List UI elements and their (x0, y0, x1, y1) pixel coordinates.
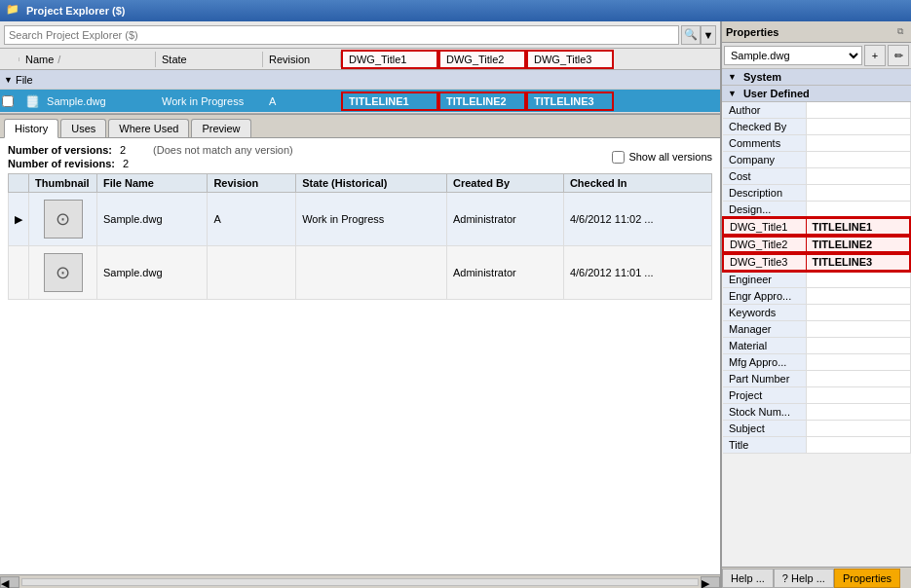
prop-key: Manager (723, 321, 806, 338)
col-header-state[interactable]: State (156, 52, 263, 67)
file-row[interactable]: 🗒️ Sample.dwg Work in Progress A TITLELI… (0, 90, 720, 113)
props-table-row[interactable]: Engr Appro... (723, 288, 910, 305)
prop-key: Keywords (723, 305, 806, 321)
props-table-row[interactable]: Mfg Appro... (723, 354, 910, 371)
row-arrow: ▶ (15, 213, 22, 225)
th-arrow (9, 174, 29, 193)
prop-value (806, 387, 910, 404)
props-table-row[interactable]: Keywords (723, 305, 910, 321)
col-header-name[interactable]: Name / (19, 52, 156, 67)
thumbnail-icon: ⊙ (44, 253, 83, 292)
props-table-row[interactable]: Manager (723, 321, 910, 338)
file-group-label: File (16, 74, 33, 86)
properties-scroll[interactable]: ▼ System ▼ User Defined AuthorChecked By… (722, 69, 911, 567)
thumbnail-cell: ⊙ (29, 193, 97, 246)
prop-value (806, 135, 910, 152)
prop-key: Checked By (723, 119, 806, 135)
cell-revision: A (263, 93, 341, 109)
props-new-btn[interactable]: + (864, 45, 886, 66)
help1-button[interactable]: Help ... (722, 569, 774, 588)
user-defined-expand-icon[interactable]: ▼ (728, 89, 737, 98)
props-table-row[interactable]: DWG_Title2TITLELINE2 (723, 236, 910, 253)
props-table-row[interactable]: Material (723, 338, 910, 354)
history-checked-in: 4/6/2012 11:01 ... (563, 246, 711, 300)
stats-row: Number of versions: 2 (Does not match an… (8, 144, 712, 169)
prop-value (806, 185, 910, 202)
props-table-row[interactable]: Subject (723, 421, 910, 437)
file-dropdown[interactable]: Sample.dwg (724, 46, 862, 65)
props-table-row[interactable]: Comments (723, 135, 910, 152)
prop-key: Title (723, 437, 806, 454)
prop-value (806, 152, 910, 168)
scroll-track[interactable] (21, 578, 699, 586)
system-expand-icon[interactable]: ▼ (728, 72, 737, 82)
props-table-row[interactable]: DWG_Title1TITLELINE1 (723, 218, 910, 236)
th-checked-in: Checked In (563, 174, 711, 193)
col-header-dwg1[interactable]: DWG_Title1 (341, 50, 438, 69)
help2-button[interactable]: ? Help ... (774, 569, 834, 588)
prop-value (806, 271, 910, 288)
col-header-dwg3[interactable]: DWG_Title3 (526, 50, 614, 69)
expand-icon[interactable]: ▼ (4, 75, 13, 85)
props-table-row[interactable]: Design... (723, 202, 910, 219)
scroll-left[interactable]: ◀ (0, 576, 19, 588)
tab-uses[interactable]: Uses (60, 119, 106, 137)
props-table-row[interactable]: Title (723, 437, 910, 454)
properties-table: AuthorChecked ByCommentsCompanyCostDescr… (722, 102, 911, 454)
props-table-row[interactable]: DWG_Title3TITLELINE3 (723, 253, 910, 271)
col-header-revision[interactable]: Revision (263, 52, 341, 67)
user-defined-section-header: ▼ User Defined (722, 86, 911, 102)
prop-value (806, 371, 910, 387)
props-table-row[interactable]: Stock Num... (723, 404, 910, 421)
props-table-row[interactable]: Project (723, 387, 910, 404)
title-bar: 📁 Project Explorer ($) (0, 0, 911, 21)
prop-value (806, 202, 910, 219)
prop-key: Material (723, 338, 806, 354)
scroll-right[interactable]: ▶ (701, 576, 720, 588)
history-table-row[interactable]: ▶ ⊙ Sample.dwg A Work in Progress Admini… (9, 193, 712, 246)
props-table-row[interactable]: Part Number (723, 371, 910, 387)
show-all-label: Show all versions (628, 151, 712, 163)
cell-filename: 🗒️ Sample.dwg (19, 92, 156, 110)
search-button[interactable]: 🔍 (681, 25, 701, 45)
prop-value (806, 102, 910, 119)
th-revision: Revision (208, 174, 296, 193)
prop-key: Mfg Appro... (723, 354, 806, 371)
history-filename: Sample.dwg (97, 246, 208, 300)
th-created-by: Created By (446, 174, 563, 193)
user-defined-section-label: User Defined (743, 88, 810, 99)
col-header-dwg2[interactable]: DWG_Title2 (438, 50, 526, 69)
row-checkbox[interactable] (2, 95, 14, 107)
prop-value: TITLELINE2 (806, 236, 910, 253)
tab-preview[interactable]: Preview (191, 119, 250, 137)
prop-value: TITLELINE1 (806, 218, 910, 236)
prop-value (806, 437, 910, 454)
props-table-row[interactable]: Author (723, 102, 910, 119)
prop-key: Cost (723, 168, 806, 185)
props-table-row[interactable]: Description (723, 185, 910, 202)
search-dropdown[interactable]: ▼ (701, 25, 716, 45)
prop-key: Design... (723, 202, 806, 219)
properties-button[interactable]: Properties (834, 569, 900, 588)
row-arrow-cell (9, 246, 29, 300)
history-checked-in: 4/6/2012 11:02 ... (563, 193, 711, 246)
props-table-row[interactable]: Engineer (723, 271, 910, 288)
search-input[interactable] (4, 25, 679, 45)
props-edit-btn[interactable]: ✏ (888, 45, 909, 66)
prop-value (806, 168, 910, 185)
prop-value (806, 321, 910, 338)
tab-history[interactable]: History (4, 119, 58, 138)
history-table-row[interactable]: ⊙ Sample.dwg Administrator 4/6/2012 11:0… (9, 246, 712, 300)
prop-key: Comments (723, 135, 806, 152)
props-table-row[interactable]: Company (723, 152, 910, 168)
show-all-checkbox[interactable] (612, 151, 625, 164)
props-table-row[interactable]: Checked By (723, 119, 910, 135)
cell-dwg1: TITLELINE1 (341, 92, 438, 111)
prop-key: DWG_Title3 (723, 253, 806, 271)
versions-note: (Does not match any version) (153, 144, 293, 156)
revisions-label: Number of revisions: (8, 158, 115, 169)
horizontal-scrollbar[interactable]: ◀ ▶ (0, 574, 720, 588)
props-table-row[interactable]: Cost (723, 168, 910, 185)
tab-where-used[interactable]: Where Used (108, 119, 189, 137)
prop-key: Subject (723, 421, 806, 437)
